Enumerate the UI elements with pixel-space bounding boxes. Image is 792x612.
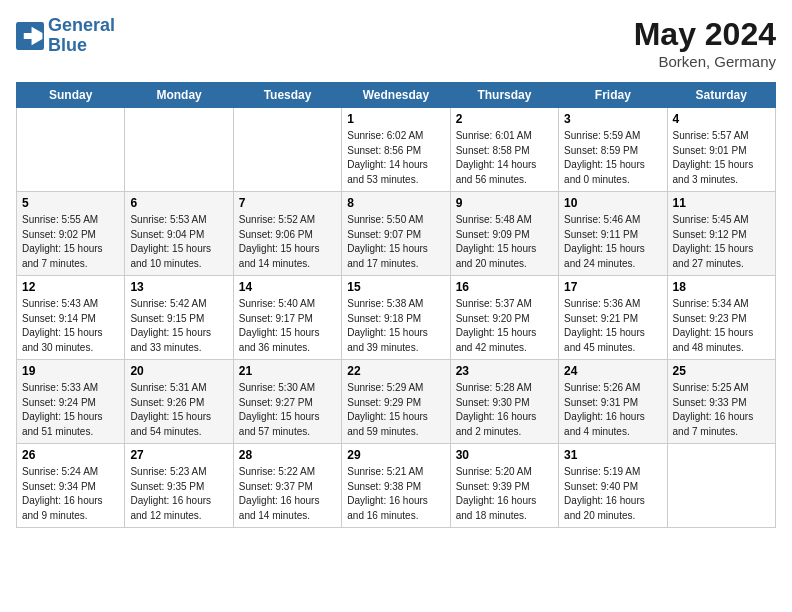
calendar-cell: 8Sunrise: 5:50 AMSunset: 9:07 PMDaylight…: [342, 192, 450, 276]
calendar-cell: 3Sunrise: 5:59 AMSunset: 8:59 PMDaylight…: [559, 108, 667, 192]
day-number: 19: [22, 364, 119, 378]
day-of-week-header: Thursday: [450, 83, 558, 108]
calendar-cell: 20Sunrise: 5:31 AMSunset: 9:26 PMDayligh…: [125, 360, 233, 444]
calendar-cell: 23Sunrise: 5:28 AMSunset: 9:30 PMDayligh…: [450, 360, 558, 444]
page-header: General Blue May 2024 Borken, Germany: [16, 16, 776, 70]
logo-line1: General: [48, 15, 115, 35]
day-number: 26: [22, 448, 119, 462]
calendar-week-row: 19Sunrise: 5:33 AMSunset: 9:24 PMDayligh…: [17, 360, 776, 444]
day-number: 16: [456, 280, 553, 294]
day-info: Sunrise: 5:20 AMSunset: 9:39 PMDaylight:…: [456, 465, 553, 523]
days-of-week-row: SundayMondayTuesdayWednesdayThursdayFrid…: [17, 83, 776, 108]
calendar-cell: 11Sunrise: 5:45 AMSunset: 9:12 PMDayligh…: [667, 192, 775, 276]
calendar-cell: 31Sunrise: 5:19 AMSunset: 9:40 PMDayligh…: [559, 444, 667, 528]
day-info: Sunrise: 5:52 AMSunset: 9:06 PMDaylight:…: [239, 213, 336, 271]
calendar-week-row: 12Sunrise: 5:43 AMSunset: 9:14 PMDayligh…: [17, 276, 776, 360]
subtitle: Borken, Germany: [634, 53, 776, 70]
day-number: 1: [347, 112, 444, 126]
day-info: Sunrise: 5:26 AMSunset: 9:31 PMDaylight:…: [564, 381, 661, 439]
day-info: Sunrise: 5:37 AMSunset: 9:20 PMDaylight:…: [456, 297, 553, 355]
day-info: Sunrise: 5:50 AMSunset: 9:07 PMDaylight:…: [347, 213, 444, 271]
day-info: Sunrise: 5:46 AMSunset: 9:11 PMDaylight:…: [564, 213, 661, 271]
day-number: 13: [130, 280, 227, 294]
calendar-cell: 7Sunrise: 5:52 AMSunset: 9:06 PMDaylight…: [233, 192, 341, 276]
calendar-table: SundayMondayTuesdayWednesdayThursdayFrid…: [16, 82, 776, 528]
main-title: May 2024: [634, 16, 776, 53]
calendar-cell: 16Sunrise: 5:37 AMSunset: 9:20 PMDayligh…: [450, 276, 558, 360]
day-number: 22: [347, 364, 444, 378]
day-number: 2: [456, 112, 553, 126]
day-of-week-header: Sunday: [17, 83, 125, 108]
day-info: Sunrise: 5:40 AMSunset: 9:17 PMDaylight:…: [239, 297, 336, 355]
calendar-cell: [17, 108, 125, 192]
calendar-cell: 24Sunrise: 5:26 AMSunset: 9:31 PMDayligh…: [559, 360, 667, 444]
day-number: 24: [564, 364, 661, 378]
day-of-week-header: Wednesday: [342, 83, 450, 108]
day-number: 17: [564, 280, 661, 294]
calendar-cell: [233, 108, 341, 192]
calendar-cell: 5Sunrise: 5:55 AMSunset: 9:02 PMDaylight…: [17, 192, 125, 276]
day-number: 31: [564, 448, 661, 462]
calendar-body: 1Sunrise: 6:02 AMSunset: 8:56 PMDaylight…: [17, 108, 776, 528]
calendar-cell: 15Sunrise: 5:38 AMSunset: 9:18 PMDayligh…: [342, 276, 450, 360]
calendar-cell: 27Sunrise: 5:23 AMSunset: 9:35 PMDayligh…: [125, 444, 233, 528]
calendar-week-row: 1Sunrise: 6:02 AMSunset: 8:56 PMDaylight…: [17, 108, 776, 192]
day-info: Sunrise: 6:01 AMSunset: 8:58 PMDaylight:…: [456, 129, 553, 187]
calendar-cell: 12Sunrise: 5:43 AMSunset: 9:14 PMDayligh…: [17, 276, 125, 360]
calendar-cell: 26Sunrise: 5:24 AMSunset: 9:34 PMDayligh…: [17, 444, 125, 528]
calendar-cell: 6Sunrise: 5:53 AMSunset: 9:04 PMDaylight…: [125, 192, 233, 276]
day-number: 20: [130, 364, 227, 378]
day-info: Sunrise: 5:59 AMSunset: 8:59 PMDaylight:…: [564, 129, 661, 187]
calendar-cell: 21Sunrise: 5:30 AMSunset: 9:27 PMDayligh…: [233, 360, 341, 444]
day-number: 29: [347, 448, 444, 462]
calendar-cell: 4Sunrise: 5:57 AMSunset: 9:01 PMDaylight…: [667, 108, 775, 192]
day-number: 18: [673, 280, 770, 294]
calendar-cell: 10Sunrise: 5:46 AMSunset: 9:11 PMDayligh…: [559, 192, 667, 276]
calendar-cell: 14Sunrise: 5:40 AMSunset: 9:17 PMDayligh…: [233, 276, 341, 360]
calendar-cell: 1Sunrise: 6:02 AMSunset: 8:56 PMDaylight…: [342, 108, 450, 192]
day-info: Sunrise: 5:29 AMSunset: 9:29 PMDaylight:…: [347, 381, 444, 439]
day-info: Sunrise: 5:22 AMSunset: 9:37 PMDaylight:…: [239, 465, 336, 523]
day-number: 3: [564, 112, 661, 126]
day-info: Sunrise: 5:34 AMSunset: 9:23 PMDaylight:…: [673, 297, 770, 355]
calendar-cell: 9Sunrise: 5:48 AMSunset: 9:09 PMDaylight…: [450, 192, 558, 276]
calendar-cell: 17Sunrise: 5:36 AMSunset: 9:21 PMDayligh…: [559, 276, 667, 360]
calendar-cell: 13Sunrise: 5:42 AMSunset: 9:15 PMDayligh…: [125, 276, 233, 360]
day-number: 15: [347, 280, 444, 294]
day-number: 30: [456, 448, 553, 462]
title-block: May 2024 Borken, Germany: [634, 16, 776, 70]
calendar-cell: 22Sunrise: 5:29 AMSunset: 9:29 PMDayligh…: [342, 360, 450, 444]
day-number: 4: [673, 112, 770, 126]
day-info: Sunrise: 5:42 AMSunset: 9:15 PMDaylight:…: [130, 297, 227, 355]
logo-line2: Blue: [48, 35, 87, 55]
day-number: 25: [673, 364, 770, 378]
day-info: Sunrise: 5:38 AMSunset: 9:18 PMDaylight:…: [347, 297, 444, 355]
day-number: 14: [239, 280, 336, 294]
day-info: Sunrise: 5:23 AMSunset: 9:35 PMDaylight:…: [130, 465, 227, 523]
day-of-week-header: Tuesday: [233, 83, 341, 108]
day-of-week-header: Saturday: [667, 83, 775, 108]
calendar-header: SundayMondayTuesdayWednesdayThursdayFrid…: [17, 83, 776, 108]
day-info: Sunrise: 5:19 AMSunset: 9:40 PMDaylight:…: [564, 465, 661, 523]
day-info: Sunrise: 5:36 AMSunset: 9:21 PMDaylight:…: [564, 297, 661, 355]
calendar-cell: 19Sunrise: 5:33 AMSunset: 9:24 PMDayligh…: [17, 360, 125, 444]
day-info: Sunrise: 5:25 AMSunset: 9:33 PMDaylight:…: [673, 381, 770, 439]
day-number: 8: [347, 196, 444, 210]
calendar-cell: [125, 108, 233, 192]
day-info: Sunrise: 5:57 AMSunset: 9:01 PMDaylight:…: [673, 129, 770, 187]
day-info: Sunrise: 5:30 AMSunset: 9:27 PMDaylight:…: [239, 381, 336, 439]
logo-text: General Blue: [48, 16, 115, 56]
day-number: 12: [22, 280, 119, 294]
day-number: 10: [564, 196, 661, 210]
logo-icon: [16, 22, 44, 50]
day-number: 6: [130, 196, 227, 210]
calendar-week-row: 5Sunrise: 5:55 AMSunset: 9:02 PMDaylight…: [17, 192, 776, 276]
calendar-cell: [667, 444, 775, 528]
calendar-cell: 2Sunrise: 6:01 AMSunset: 8:58 PMDaylight…: [450, 108, 558, 192]
day-number: 21: [239, 364, 336, 378]
day-number: 9: [456, 196, 553, 210]
day-of-week-header: Friday: [559, 83, 667, 108]
day-info: Sunrise: 5:21 AMSunset: 9:38 PMDaylight:…: [347, 465, 444, 523]
calendar-week-row: 26Sunrise: 5:24 AMSunset: 9:34 PMDayligh…: [17, 444, 776, 528]
day-number: 27: [130, 448, 227, 462]
